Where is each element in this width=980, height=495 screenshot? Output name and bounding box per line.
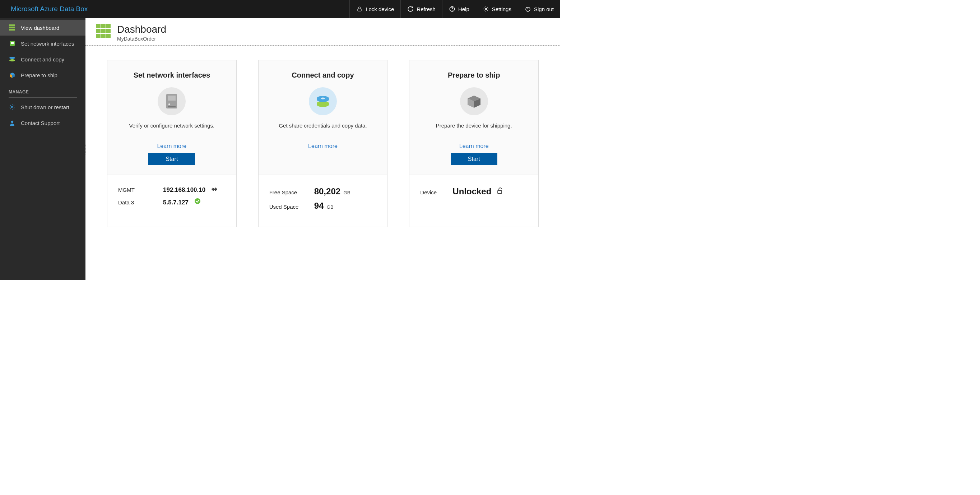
brand-title: Microsoft Azure Data Box — [0, 0, 99, 18]
svg-point-16 — [10, 57, 15, 59]
help-button[interactable]: Help — [442, 0, 476, 18]
signout-label: Sign out — [534, 6, 554, 12]
sidebar-item-contact[interactable]: Contact Support — [0, 115, 86, 131]
svg-point-32 — [321, 98, 325, 100]
topbar: Microsoft Azure Data Box Lock device Ref… — [0, 0, 560, 18]
row-value: 5.5.7.127 — [163, 199, 189, 206]
sidebar-item-ship[interactable]: Prepare to ship — [0, 67, 86, 83]
learn-more-link[interactable]: Learn more — [157, 143, 186, 150]
free-space-row: Free Space 80,202 GB — [269, 186, 377, 196]
svg-rect-36 — [498, 190, 502, 194]
svg-rect-0 — [358, 9, 362, 11]
row-unit: GB — [327, 204, 334, 210]
box-icon — [460, 87, 488, 115]
plug-icon — [211, 187, 218, 192]
sidebar-item-label: View dashboard — [21, 25, 59, 31]
svg-rect-7 — [13, 24, 15, 26]
help-label: Help — [458, 6, 469, 12]
svg-rect-26 — [168, 106, 176, 107]
card-desc: Prepare the device for shipping. — [436, 123, 512, 129]
gear-icon — [483, 6, 489, 12]
topbar-actions: Lock device Refresh Help Settings Sign o… — [349, 0, 560, 18]
svg-point-2 — [452, 10, 452, 10]
card-ship: Prepare to ship Prepare the device for s… — [409, 60, 539, 227]
svg-point-17 — [10, 59, 15, 61]
sidebar-item-dashboard[interactable]: View dashboard — [0, 20, 86, 35]
network-icon — [9, 40, 16, 47]
svg-point-27 — [195, 198, 200, 204]
device-status-row: Device Unlocked — [420, 186, 528, 196]
row-value: 94 — [314, 201, 324, 210]
svg-rect-6 — [11, 24, 13, 26]
svg-point-25 — [169, 103, 170, 105]
connect-icon — [9, 56, 16, 62]
card-network: Set network interfaces Verify or configu… — [107, 60, 237, 227]
svg-rect-24 — [168, 95, 176, 100]
sidebar-item-label: Prepare to ship — [21, 72, 57, 78]
content: Dashboard MyDataBoxOrder Set network int… — [86, 18, 560, 280]
disks-icon — [309, 87, 337, 115]
row-value: 80,202 — [314, 186, 340, 196]
sidebar-item-label: Set network interfaces — [21, 41, 74, 47]
used-space-row: Used Space 94 GB — [269, 201, 377, 211]
page-title: Dashboard — [117, 24, 166, 35]
lock-icon — [356, 6, 363, 12]
card-desc: Verify or configure network settings. — [129, 123, 215, 129]
card-title: Prepare to ship — [448, 71, 500, 80]
ship-icon — [9, 72, 16, 78]
page-subtitle: MyDataBoxOrder — [117, 36, 166, 42]
svg-rect-5 — [9, 24, 11, 26]
page-header: Dashboard MyDataBoxOrder — [86, 18, 560, 46]
network-row-mgmt: MGMT 192.168.100.10 — [118, 186, 226, 194]
settings-label: Settings — [492, 6, 511, 12]
svg-rect-15 — [11, 42, 14, 44]
card-title: Connect and copy — [291, 71, 354, 80]
svg-rect-9 — [11, 27, 13, 29]
lock-label: Lock device — [366, 6, 394, 12]
sidebar: View dashboard Set network interfaces Co… — [0, 18, 86, 280]
sidebar-divider — [9, 97, 77, 98]
row-label: MGMT — [118, 187, 159, 193]
refresh-label: Refresh — [417, 6, 436, 12]
sidebar-item-label: Contact Support — [21, 120, 60, 126]
sidebar-item-label: Shut down or restart — [21, 104, 69, 110]
svg-rect-13 — [13, 29, 15, 30]
card-desc: Get share credentials and copy data. — [278, 123, 367, 129]
start-button[interactable]: Start — [451, 153, 497, 165]
row-value: 192.168.100.10 — [163, 186, 205, 194]
dashboard-grid-icon — [96, 24, 111, 38]
learn-more-link[interactable]: Learn more — [308, 143, 337, 150]
card-connect: Connect and copy Get share credentials a… — [258, 60, 388, 227]
dashboard-icon — [9, 24, 16, 31]
svg-rect-11 — [9, 29, 11, 30]
row-label: Data 3 — [118, 199, 159, 205]
lock-device-button[interactable]: Lock device — [349, 0, 400, 18]
refresh-icon — [407, 6, 414, 12]
row-label: Device — [420, 189, 449, 196]
check-icon — [194, 198, 201, 204]
signout-button[interactable]: Sign out — [518, 0, 560, 18]
row-label: Used Space — [269, 204, 311, 210]
gear-icon — [9, 104, 16, 110]
refresh-button[interactable]: Refresh — [400, 0, 442, 18]
learn-more-link[interactable]: Learn more — [459, 143, 489, 150]
sidebar-resize-handle[interactable] — [84, 143, 86, 156]
sidebar-manage-heading: MANAGE — [0, 83, 86, 97]
support-icon — [9, 119, 16, 126]
svg-point-21 — [11, 106, 13, 108]
unlock-icon — [497, 187, 503, 194]
svg-rect-8 — [9, 27, 11, 29]
power-icon — [525, 6, 531, 12]
sidebar-item-connect[interactable]: Connect and copy — [0, 51, 86, 67]
row-value: Unlocked — [452, 186, 491, 196]
settings-button[interactable]: Settings — [476, 0, 518, 18]
help-icon — [449, 6, 455, 12]
server-icon — [158, 87, 186, 115]
start-button[interactable]: Start — [148, 153, 195, 165]
network-row-data3: Data 3 5.5.7.127 — [118, 198, 226, 206]
svg-rect-10 — [13, 27, 15, 29]
row-label: Free Space — [269, 189, 311, 196]
sidebar-item-network[interactable]: Set network interfaces — [0, 35, 86, 51]
svg-rect-12 — [11, 29, 13, 30]
sidebar-item-shutdown[interactable]: Shut down or restart — [0, 99, 86, 115]
